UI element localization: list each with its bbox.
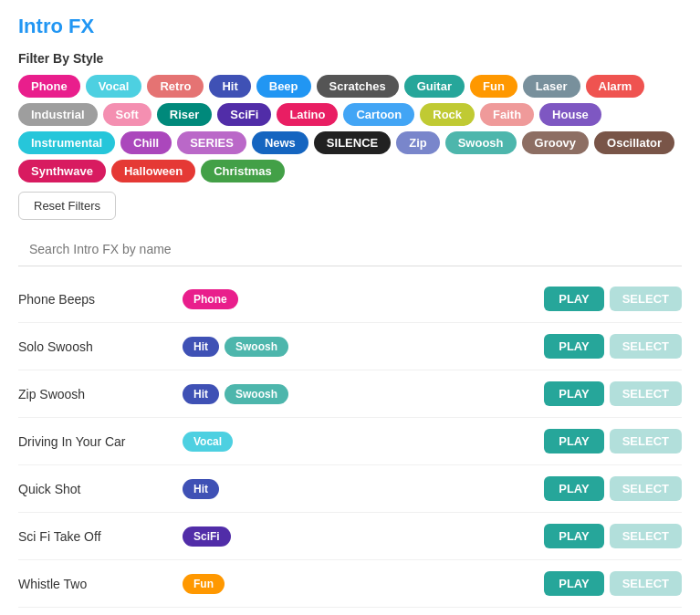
track-tags: Hit (183, 479, 544, 499)
track-actions: PLAYSELECT (544, 476, 682, 501)
filter-tag-scifi[interactable]: SciFi (217, 103, 271, 126)
play-button[interactable]: PLAY (544, 287, 603, 311)
play-button[interactable]: PLAY (544, 571, 603, 596)
page-title: Intro FX (18, 15, 682, 38)
track-tag: Swoosh (225, 337, 288, 357)
filter-tag-oscillator[interactable]: Oscillator (594, 131, 674, 154)
filter-tag-zip[interactable]: Zip (396, 131, 440, 154)
search-input[interactable] (18, 233, 682, 266)
filter-tag-news[interactable]: News (252, 131, 308, 154)
track-row: Driving In Your CarVocalPLAYSELECT (18, 418, 682, 465)
filter-tag-synthwave[interactable]: Synthwave (18, 160, 106, 182)
track-name: Whistle Two (18, 577, 183, 591)
filter-tag-christmas[interactable]: Christmas (201, 160, 285, 182)
play-button[interactable]: PLAY (544, 524, 603, 548)
track-name: Sci Fi Take Off (18, 529, 183, 544)
filter-tag-beep[interactable]: Beep (256, 75, 311, 98)
track-tags: HitSwoosh (183, 384, 544, 404)
filter-tag-latino[interactable]: Latino (277, 103, 338, 126)
filter-tag-fun[interactable]: Fun (470, 75, 517, 98)
track-tags: Fun (183, 574, 544, 594)
track-tag: Swoosh (225, 384, 288, 404)
filter-tag-soft[interactable]: Soft (103, 103, 151, 126)
track-tags: HitSwoosh (183, 337, 544, 357)
track-row: Phone BeepsPhonePLAYSELECT (18, 276, 682, 323)
filter-tag-laser[interactable]: Laser (523, 75, 580, 98)
track-name: Solo Swoosh (18, 339, 183, 354)
track-tag: Vocal (183, 432, 233, 452)
select-button[interactable]: SELECT (610, 334, 682, 359)
track-actions: PLAYSELECT (544, 287, 682, 311)
track-name: Phone Beeps (18, 292, 183, 307)
track-tag: Fun (183, 574, 225, 594)
track-tags: SciFi (183, 526, 544, 547)
select-button[interactable]: SELECT (610, 524, 682, 548)
play-button[interactable]: PLAY (544, 429, 603, 453)
track-actions: PLAYSELECT (544, 429, 682, 453)
track-row: Sci Fi Take OffSciFiPLAYSELECT (18, 513, 682, 560)
select-button[interactable]: SELECT (610, 571, 682, 596)
select-button[interactable]: SELECT (610, 429, 682, 453)
track-tag: Hit (183, 337, 219, 357)
filter-tag-instrumental[interactable]: Instrumental (18, 131, 115, 154)
select-button[interactable]: SELECT (610, 476, 682, 501)
page-wrapper: Intro FX Filter By Style PhoneVocalRetro… (0, 0, 700, 615)
filter-tag-groovy[interactable]: Groovy (522, 131, 590, 154)
select-button[interactable]: SELECT (610, 381, 682, 406)
filter-tag-retro[interactable]: Retro (147, 75, 204, 98)
filter-tag-series[interactable]: SERIES (177, 131, 246, 154)
filter-tag-silence[interactable]: SILENCE (314, 131, 391, 154)
track-name: Zip Swoosh (18, 387, 183, 401)
filter-tag-halloween[interactable]: Halloween (111, 160, 195, 182)
track-tag: SciFi (183, 526, 231, 547)
track-list: Phone BeepsPhonePLAYSELECTSolo SwooshHit… (18, 276, 682, 615)
track-row: Solo SwooshHitSwooshPLAYSELECT (18, 323, 682, 370)
filter-tag-faith[interactable]: Faith (480, 103, 534, 126)
play-button[interactable]: PLAY (544, 381, 603, 406)
play-button[interactable]: PLAY (544, 334, 603, 359)
filter-label: Filter By Style (18, 51, 682, 66)
track-row: Quick PaceHitPLAYSELECT (18, 608, 682, 615)
filter-tag-scratches[interactable]: Scratches (317, 75, 399, 98)
track-row: Zip SwooshHitSwooshPLAYSELECT (18, 370, 682, 418)
track-row: Whistle TwoFunPLAYSELECT (18, 560, 682, 608)
track-row: Quick ShotHitPLAYSELECT (18, 465, 682, 513)
track-tag: Hit (183, 384, 219, 404)
filter-tag-swoosh[interactable]: Swoosh (445, 131, 517, 154)
filter-tag-industrial[interactable]: Industrial (18, 103, 98, 126)
track-tag: Hit (183, 479, 219, 499)
track-actions: PLAYSELECT (544, 381, 682, 406)
track-tags: Phone (183, 289, 544, 309)
reset-filters-button[interactable]: Reset Filters (18, 192, 116, 220)
filter-tag-hit[interactable]: Hit (209, 75, 250, 98)
filter-tag-guitar[interactable]: Guitar (404, 75, 465, 98)
filter-tags: PhoneVocalRetroHitBeepScratchesGuitarFun… (18, 75, 682, 182)
filter-tag-alarm[interactable]: Alarm (586, 75, 645, 98)
track-tag: Phone (183, 289, 238, 309)
filter-tag-vocal[interactable]: Vocal (86, 75, 142, 98)
filter-tag-cartoon[interactable]: Cartoon (343, 103, 414, 126)
select-button[interactable]: SELECT (610, 287, 682, 311)
filter-tag-chill[interactable]: Chill (120, 131, 172, 154)
track-actions: PLAYSELECT (544, 571, 682, 596)
filter-tag-phone[interactable]: Phone (18, 75, 80, 98)
filter-tag-rock[interactable]: Rock (420, 103, 475, 126)
filter-tag-house[interactable]: House (539, 103, 601, 126)
filter-tag-riser[interactable]: Riser (157, 103, 213, 126)
track-actions: PLAYSELECT (544, 524, 682, 548)
track-actions: PLAYSELECT (544, 334, 682, 359)
track-name: Driving In Your Car (18, 434, 183, 449)
track-name: Quick Shot (18, 482, 183, 496)
play-button[interactable]: PLAY (544, 476, 603, 501)
track-tags: Vocal (183, 432, 544, 452)
